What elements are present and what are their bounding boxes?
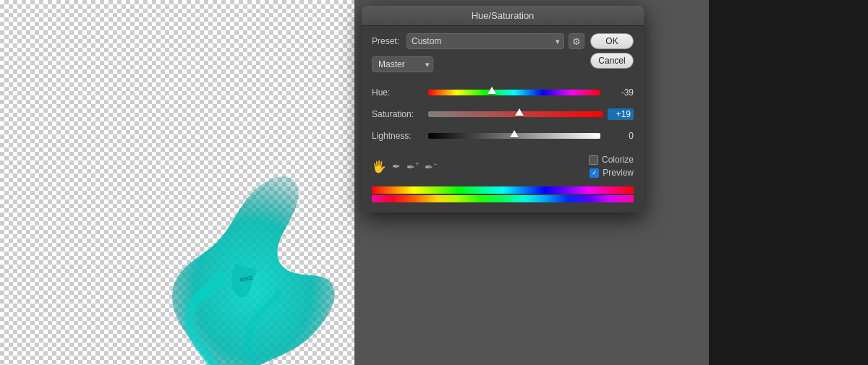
bottom-toolbar: 🖐 ✒ ✒+ ✒− Colorize Preview — [372, 152, 634, 181]
eyedropper-minus-icon[interactable]: ✒− — [425, 160, 437, 173]
svg-point-7 — [310, 273, 312, 276]
color-bar-original — [372, 186, 634, 194]
lightness-thumb[interactable] — [510, 130, 519, 137]
hue-value[interactable]: -39 — [605, 87, 634, 98]
svg-point-6 — [302, 276, 306, 280]
color-bars — [372, 186, 634, 202]
hue-saturation-dialog: Hue/Saturation Preset: Custom Default Cy… — [362, 6, 644, 212]
saturation-track-container[interactable] — [428, 106, 603, 123]
channel-select-wrapper[interactable]: Master Reds Yellows Greens Cyans Blues M… — [372, 56, 433, 72]
gear-icon: ⚙ — [572, 36, 581, 47]
lightness-slider-row: Lightness: 0 — [372, 127, 634, 145]
preset-label: Preset: — [372, 36, 402, 46]
color-bar-shifted — [372, 195, 634, 202]
eyedropper-plus-icon[interactable]: ✒+ — [407, 160, 419, 173]
lightness-track-container[interactable] — [428, 127, 600, 145]
sliders-section: Hue: -39 Saturation: +19 — [372, 84, 634, 145]
svg-point-5 — [184, 301, 189, 306]
channel-select[interactable]: Master Reds Yellows Greens Cyans Blues M… — [372, 56, 433, 72]
preview-checkbox[interactable] — [590, 168, 599, 178]
lightness-value[interactable]: 0 — [605, 131, 634, 141]
saturation-label: Saturation: — [372, 109, 424, 119]
tool-icons: 🖐 ✒ ✒+ ✒− — [372, 160, 438, 173]
saturation-slider-row: Saturation: +19 — [372, 106, 634, 123]
dialog-title: Hue/Saturation — [472, 10, 535, 21]
dialog-titlebar: Hue/Saturation — [362, 6, 644, 26]
colorize-option[interactable]: Colorize — [589, 155, 634, 165]
dark-side-panel — [709, 0, 868, 365]
hand-tool-icon[interactable]: 🖐 — [372, 160, 386, 173]
saturation-thumb[interactable] — [515, 108, 524, 116]
saturation-value[interactable]: +19 — [608, 108, 634, 120]
hue-track[interactable] — [428, 90, 600, 95]
hue-thumb[interactable] — [488, 87, 496, 94]
svg-point-4 — [200, 291, 203, 294]
right-options: Colorize Preview — [589, 155, 634, 178]
hue-slider-row: Hue: -39 — [372, 84, 634, 101]
cancel-button[interactable]: Cancel — [590, 53, 634, 69]
hue-track-container[interactable] — [428, 84, 600, 101]
lightness-label: Lightness: — [372, 131, 424, 141]
colorize-checkbox[interactable] — [589, 155, 598, 165]
svg-point-3 — [192, 297, 198, 303]
preview-label: Preview — [603, 168, 634, 178]
hue-label: Hue: — [372, 87, 424, 98]
ok-button[interactable]: OK — [590, 33, 634, 49]
colorize-label: Colorize — [602, 155, 634, 165]
saturation-track[interactable] — [428, 111, 603, 117]
preset-select-wrapper[interactable]: Custom Default Cyanotype Increase Satura… — [407, 33, 564, 49]
lightness-track[interactable] — [428, 133, 600, 139]
preset-select[interactable]: Custom Default Cyanotype Increase Satura… — [407, 33, 564, 49]
eyedropper-icon[interactable]: ✒ — [392, 160, 401, 172]
preview-option[interactable]: Preview — [590, 168, 634, 178]
gear-button[interactable]: ⚙ — [569, 33, 584, 49]
